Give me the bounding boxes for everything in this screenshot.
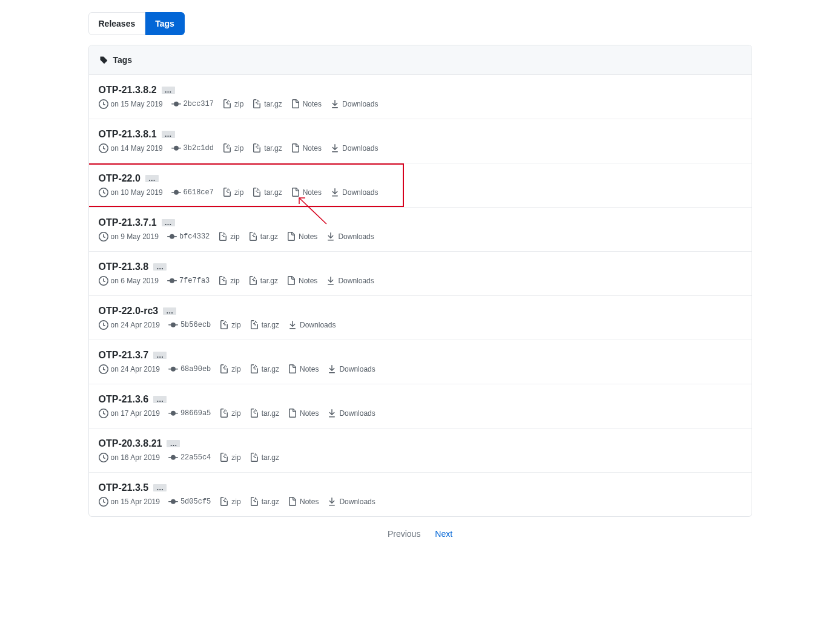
ellipsis-button[interactable]: … [162,219,175,226]
zip-link[interactable]: zip [219,364,240,374]
tag-row: OTP-22.0-rc3 … on 24 Apr 20195b56ecbzipt… [89,296,752,340]
zip-link[interactable]: zip [222,99,243,109]
ellipsis-button[interactable]: … [163,307,176,315]
downloads-link[interactable]: Downloads [330,99,378,109]
highlight-box [88,163,404,207]
tag-row: OTP-22.0 … on 10 May 20196618ce7ziptar.g… [89,163,752,208]
notes-link[interactable]: Notes [286,276,317,286]
tag-row: OTP-21.3.8.1 … on 14 May 20193b2c1ddzipt… [89,119,752,163]
tag-name-link[interactable]: OTP-21.3.7.1 [99,217,157,228]
targz-link[interactable]: tar.gz [252,99,282,109]
notes-link[interactable]: Notes [286,232,317,241]
downloads-link[interactable]: Downloads [330,143,378,153]
downloads-link[interactable]: Downloads [326,232,374,241]
tag-row: OTP-21.3.5 … on 15 Apr 20195d05cf5ziptar… [89,473,752,516]
ellipsis-button[interactable]: … [162,131,175,138]
tag-name-link[interactable]: OTP-22.0 [99,173,141,184]
commit-link[interactable]: 7fe7fa3 [167,276,210,286]
tag-date: on 16 Apr 2019 [99,453,160,462]
tag-name-link[interactable]: OTP-22.0-rc3 [99,306,159,317]
notes-link[interactable]: Notes [291,188,322,197]
notes-link[interactable]: Notes [291,99,322,109]
tag-date: on 10 May 2019 [99,188,163,197]
downloads-link[interactable]: Downloads [327,364,375,374]
pagination-next[interactable]: Next [429,526,458,542]
zip-link[interactable]: zip [222,143,243,153]
targz-link[interactable]: tar.gz [250,409,279,418]
tags-header-title: Tags [113,55,133,65]
tag-date: on 17 Apr 2019 [99,409,160,418]
targz-link[interactable]: tar.gz [250,320,279,330]
notes-link[interactable]: Notes [288,497,319,507]
ellipsis-button[interactable]: … [153,396,167,403]
pagination-previous: Previous [382,526,426,542]
downloads-link[interactable]: Downloads [326,276,374,286]
ellipsis-button[interactable]: … [145,175,159,182]
zip-link[interactable]: zip [219,453,240,462]
tags-box: Tags OTP-21.3.8.2 … on 15 May 20192bcc31… [88,45,752,517]
tag-name-link[interactable]: OTP-21.3.7 [99,350,149,361]
tags-header: Tags [89,45,752,75]
commit-link[interactable]: 22a55c4 [168,453,211,462]
targz-link[interactable]: tar.gz [250,497,279,507]
commit-link[interactable]: 6618ce7 [171,188,214,197]
tag-date: on 14 May 2019 [99,143,163,153]
notes-link[interactable]: Notes [288,364,319,374]
tag-name-link[interactable]: OTP-21.3.8.2 [99,85,157,96]
tag-row: OTP-21.3.8.2 … on 15 May 20192bcc317zipt… [89,75,752,119]
tag-name-link[interactable]: OTP-21.3.6 [99,394,149,405]
tag-date: on 24 Apr 2019 [99,320,160,330]
tag-date: on 6 May 2019 [99,276,159,286]
zip-link[interactable]: zip [218,232,239,241]
tag-row: OTP-21.3.7.1 … on 9 May 2019bfc4332zipta… [89,208,752,252]
tag-name-link[interactable]: OTP-21.3.8.1 [99,129,157,140]
ellipsis-button[interactable]: … [162,87,175,94]
tag-name-link[interactable]: OTP-20.3.8.21 [99,438,162,449]
ellipsis-button[interactable]: … [153,484,167,491]
tag-row: OTP-21.3.8 … on 6 May 20197fe7fa3ziptar.… [89,252,752,296]
downloads-link[interactable]: Downloads [327,409,375,418]
zip-link[interactable]: zip [219,409,240,418]
commit-link[interactable]: 98669a5 [168,409,211,418]
downloads-link[interactable]: Downloads [330,188,378,197]
ellipsis-button[interactable]: … [153,263,167,271]
targz-link[interactable]: tar.gz [248,232,278,241]
tag-name-link[interactable]: OTP-21.3.8 [99,261,149,272]
zip-link[interactable]: zip [219,497,240,507]
commit-link[interactable]: bfc4332 [167,232,210,241]
tag-row: OTP-20.3.8.21 … on 16 Apr 201922a55c4zip… [89,429,752,473]
targz-link[interactable]: tar.gz [250,453,279,462]
commit-link[interactable]: 68a90eb [168,364,211,374]
commit-link[interactable]: 2bcc317 [171,99,214,109]
notes-link[interactable]: Notes [288,409,319,418]
tag-date: on 9 May 2019 [99,232,159,241]
tag-date: on 24 Apr 2019 [99,364,160,374]
tag-row: OTP-21.3.6 … on 17 Apr 201998669a5ziptar… [89,384,752,429]
downloads-link[interactable]: Downloads [327,497,375,507]
notes-link[interactable]: Notes [291,143,322,153]
tag-icon [99,55,108,65]
downloads-link[interactable]: Downloads [288,320,336,330]
pagination: Previous Next [88,529,752,539]
commit-link[interactable]: 3b2c1dd [171,143,214,153]
targz-link[interactable]: tar.gz [252,188,282,197]
zip-link[interactable]: zip [218,276,239,286]
tag-name-link[interactable]: OTP-21.3.5 [99,482,149,493]
targz-link[interactable]: tar.gz [252,143,282,153]
tag-date: on 15 Apr 2019 [99,497,160,507]
zip-link[interactable]: zip [222,188,243,197]
zip-link[interactable]: zip [219,320,240,330]
targz-link[interactable]: tar.gz [248,276,278,286]
ellipsis-button[interactable]: … [167,440,180,447]
commit-link[interactable]: 5d05cf5 [168,497,211,507]
targz-link[interactable]: tar.gz [250,364,279,374]
tag-date: on 15 May 2019 [99,99,163,109]
tab-tags[interactable]: Tags [145,12,185,35]
commit-link[interactable]: 5b56ecb [168,320,211,330]
ellipsis-button[interactable]: … [153,352,167,359]
tab-releases[interactable]: Releases [88,12,146,35]
tab-nav: Releases Tags [88,12,185,35]
tag-row: OTP-21.3.7 … on 24 Apr 201968a90ebziptar… [89,340,752,384]
